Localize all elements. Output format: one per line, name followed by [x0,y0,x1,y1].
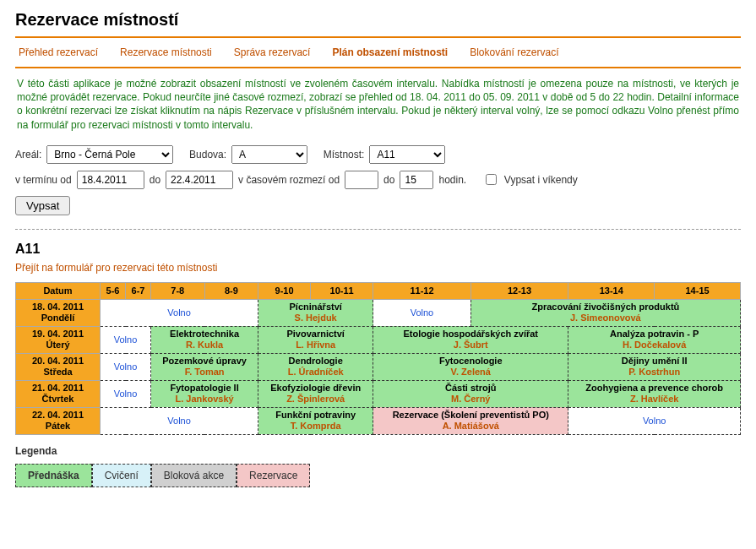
table-row: 19. 04. 2011Úterý Volno ElektrotechnikaR… [16,326,741,353]
tab-bar: Přehled rezervací Rezervace místnosti Sp… [15,36,741,68]
time-to-input[interactable] [400,171,433,189]
tab-plan[interactable]: Plán obsazení místnosti [332,46,448,58]
col-11-12: 11-12 [373,282,471,299]
day-header: 19. 04. 2011Úterý [16,326,101,353]
day-header: 18. 04. 2011Pondělí [16,299,101,326]
course-slot[interactable]: Ekofyziologie dřevinZ. Špinlerová [258,380,373,407]
table-row: 22. 04. 2011Pátek Volno Funkční potravin… [16,407,741,434]
areal-select[interactable]: Brno - Černá Pole [46,145,173,164]
course-slot[interactable]: Analýza potravin - PH. Dočekalová [568,326,741,353]
free-slot[interactable]: Volno [101,299,258,326]
schedule-table: Datum 5-6 6-7 7-8 8-9 9-10 10-11 11-12 1… [15,282,741,435]
col-9-10: 9-10 [258,282,311,299]
course-slot[interactable]: Části strojůM. Černý [373,380,568,407]
table-row: 21. 04. 2011Čtvrtek Volno Fytopatologie … [16,380,741,407]
course-slot[interactable]: Pozemkové úpravyF. Toman [151,353,258,380]
free-slot[interactable]: Volno [568,407,741,434]
day-header: 22. 04. 2011Pátek [16,407,101,434]
mistnost-select[interactable]: A11 [369,145,445,164]
mistnost-label: Místnost: [324,149,365,160]
areal-label: Areál: [15,149,41,160]
course-slot[interactable]: PícninářstvíS. Hejduk [258,299,373,326]
course-slot[interactable]: FytocenologieV. Zelená [373,353,568,380]
col-7-8: 7-8 [151,282,205,299]
free-slot[interactable]: Volno [101,353,151,380]
vypsat-button[interactable]: Vypsat [15,196,70,215]
room-heading: A11 [15,242,741,257]
table-row: 18. 04. 2011Pondělí Volno PícninářstvíS.… [16,299,741,326]
day-header: 21. 04. 2011Čtvrtek [16,380,101,407]
time-from-input[interactable] [345,171,378,189]
col-13-14: 13-14 [568,282,655,299]
goto-reservation-form-link[interactable]: Přejít na formulář pro rezervaci této mí… [15,262,741,274]
tab-block[interactable]: Blokování rezervací [470,46,558,58]
col-5-6: 5-6 [101,282,126,299]
legend-blokova: Bloková akce [151,464,237,487]
divider [15,229,741,230]
description: V této části aplikace je možné zobrazit … [15,68,741,142]
col-8-9: 8-9 [204,282,258,299]
course-slot[interactable]: Dějiny umění IIP. Kostrhun [568,353,741,380]
do-label-2: do [383,174,394,186]
tab-manage[interactable]: Správa rezervací [234,46,311,58]
legend-label: Legenda [15,445,741,457]
col-6-7: 6-7 [126,282,151,299]
free-slot[interactable]: Volno [101,380,151,407]
course-slot[interactable]: PivovarnictvíL. Hřivna [258,326,373,353]
date-from-input[interactable] [77,171,144,189]
free-slot[interactable]: Volno [101,326,151,353]
tab-overview[interactable]: Přehled rezervací [19,46,98,58]
course-slot[interactable]: Rezervace (Školení preventistů PO)A. Mat… [373,407,568,434]
course-slot[interactable]: Zoohygiena a prevence chorobZ. Havlíček [568,380,741,407]
filter-form: Areál: Brno - Černá Pole Budova: A Místn… [15,145,741,215]
col-10-11: 10-11 [311,282,373,299]
course-slot[interactable]: Fytopatologie IIL. Jankovský [151,380,258,407]
free-slot[interactable]: Volno [101,407,258,434]
free-slot[interactable]: Volno [373,299,471,326]
date-to-input[interactable] [166,171,233,189]
weekends-checkbox[interactable] [486,174,497,185]
budova-label: Budova: [189,149,226,160]
legend-rezervace: Rezervace [237,464,310,487]
col-14-15: 14-15 [655,282,741,299]
day-header: 20. 04. 2011Středa [16,353,101,380]
col-12-13: 12-13 [470,282,568,299]
course-slot[interactable]: DendrologieL. Úradníček [258,353,373,380]
do-label-1: do [150,174,160,186]
tab-reserve[interactable]: Rezervace místnosti [120,46,212,58]
course-slot[interactable]: ElektrotechnikaR. Kukla [151,326,258,353]
col-datum: Datum [16,282,101,299]
legend-cviceni: Cvičení [92,464,151,487]
course-slot[interactable]: Funkční potravinyT. Komprda [258,407,373,434]
budova-select[interactable]: A [231,145,307,164]
term-from-label: v termínu od [15,174,72,186]
weekends-label: Vypsat i víkendy [504,174,578,186]
legend: Přednáška Cvičení Bloková akce Rezervace [15,464,741,487]
table-row: 20. 04. 2011Středa Volno Pozemkové úprav… [16,353,741,380]
time-from-label: v časovém rozmezí od [238,174,340,186]
hodin-label: hodin. [438,174,466,186]
legend-prednaska: Přednáška [15,464,92,487]
page-title: Rezervace místností [15,10,741,30]
course-slot[interactable]: Zpracování živočišných produktůJ. Simeon… [470,299,740,326]
course-slot[interactable]: Etologie hospodářských zvířatJ. Šubrt [373,326,568,353]
